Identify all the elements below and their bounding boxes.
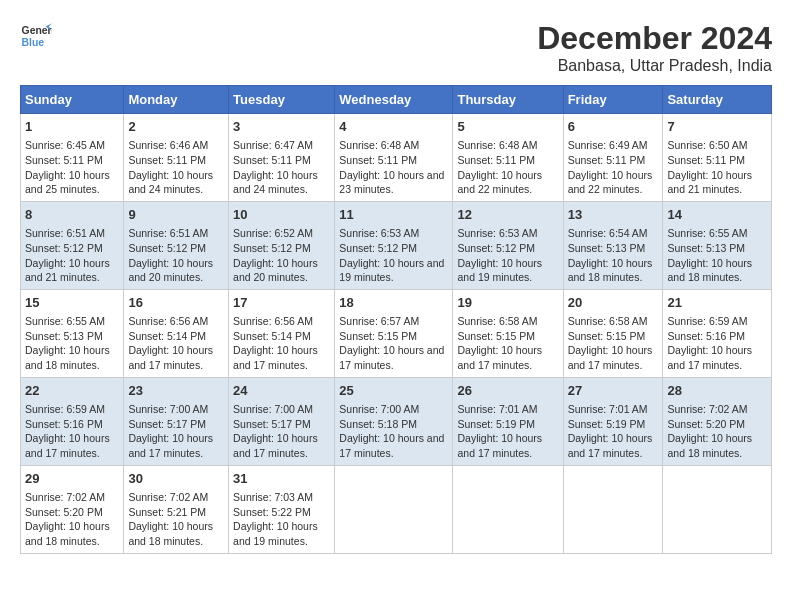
daylight: Daylight: 10 hours and 21 minutes.: [25, 257, 110, 284]
col-saturday: Saturday: [663, 86, 772, 114]
col-wednesday: Wednesday: [335, 86, 453, 114]
day-number: 20: [568, 294, 659, 312]
daylight: Daylight: 10 hours and 18 minutes.: [667, 257, 752, 284]
sunset: Sunset: 5:11 PM: [339, 154, 417, 166]
calendar-cell: 16Sunrise: 6:56 AMSunset: 5:14 PMDayligh…: [124, 289, 229, 377]
calendar-cell: [563, 465, 663, 553]
day-number: 13: [568, 206, 659, 224]
day-number: 12: [457, 206, 558, 224]
col-monday: Monday: [124, 86, 229, 114]
daylight: Daylight: 10 hours and 18 minutes.: [25, 344, 110, 371]
day-number: 3: [233, 118, 330, 136]
calendar-row-3: 15Sunrise: 6:55 AMSunset: 5:13 PMDayligh…: [21, 289, 772, 377]
day-number: 7: [667, 118, 767, 136]
sunrise: Sunrise: 6:56 AM: [233, 315, 313, 327]
sunset: Sunset: 5:21 PM: [128, 506, 206, 518]
sunset: Sunset: 5:22 PM: [233, 506, 311, 518]
sunrise: Sunrise: 6:49 AM: [568, 139, 648, 151]
day-number: 6: [568, 118, 659, 136]
sunset: Sunset: 5:19 PM: [457, 418, 535, 430]
sunset: Sunset: 5:17 PM: [233, 418, 311, 430]
sunrise: Sunrise: 6:45 AM: [25, 139, 105, 151]
day-number: 5: [457, 118, 558, 136]
calendar-cell: 2Sunrise: 6:46 AMSunset: 5:11 PMDaylight…: [124, 114, 229, 202]
sunrise: Sunrise: 6:57 AM: [339, 315, 419, 327]
sunset: Sunset: 5:16 PM: [25, 418, 103, 430]
day-number: 24: [233, 382, 330, 400]
day-number: 1: [25, 118, 119, 136]
calendar-cell: 19Sunrise: 6:58 AMSunset: 5:15 PMDayligh…: [453, 289, 563, 377]
calendar-cell: 15Sunrise: 6:55 AMSunset: 5:13 PMDayligh…: [21, 289, 124, 377]
daylight: Daylight: 10 hours and 24 minutes.: [128, 169, 213, 196]
sunrise: Sunrise: 6:51 AM: [25, 227, 105, 239]
daylight: Daylight: 10 hours and 19 minutes.: [457, 257, 542, 284]
day-number: 30: [128, 470, 224, 488]
daylight: Daylight: 10 hours and 17 minutes.: [457, 344, 542, 371]
sunset: Sunset: 5:13 PM: [568, 242, 646, 254]
sunrise: Sunrise: 6:52 AM: [233, 227, 313, 239]
daylight: Daylight: 10 hours and 18 minutes.: [128, 520, 213, 547]
calendar-cell: 20Sunrise: 6:58 AMSunset: 5:15 PMDayligh…: [563, 289, 663, 377]
daylight: Daylight: 10 hours and 17 minutes.: [128, 432, 213, 459]
calendar-cell: 21Sunrise: 6:59 AMSunset: 5:16 PMDayligh…: [663, 289, 772, 377]
header-row: Sunday Monday Tuesday Wednesday Thursday…: [21, 86, 772, 114]
daylight: Daylight: 10 hours and 17 minutes.: [25, 432, 110, 459]
day-number: 4: [339, 118, 448, 136]
col-tuesday: Tuesday: [229, 86, 335, 114]
day-number: 11: [339, 206, 448, 224]
daylight: Daylight: 10 hours and 17 minutes.: [568, 432, 653, 459]
sunrise: Sunrise: 6:53 AM: [457, 227, 537, 239]
sunrise: Sunrise: 6:50 AM: [667, 139, 747, 151]
col-thursday: Thursday: [453, 86, 563, 114]
daylight: Daylight: 10 hours and 22 minutes.: [457, 169, 542, 196]
sunrise: Sunrise: 6:46 AM: [128, 139, 208, 151]
title-section: December 2024 Banbasa, Uttar Pradesh, In…: [537, 20, 772, 75]
calendar-cell: 7Sunrise: 6:50 AMSunset: 5:11 PMDaylight…: [663, 114, 772, 202]
sunrise: Sunrise: 7:00 AM: [339, 403, 419, 415]
sunrise: Sunrise: 7:02 AM: [25, 491, 105, 503]
daylight: Daylight: 10 hours and 24 minutes.: [233, 169, 318, 196]
calendar-cell: 30Sunrise: 7:02 AMSunset: 5:21 PMDayligh…: [124, 465, 229, 553]
calendar-cell: 18Sunrise: 6:57 AMSunset: 5:15 PMDayligh…: [335, 289, 453, 377]
sunset: Sunset: 5:12 PM: [233, 242, 311, 254]
calendar-row-5: 29Sunrise: 7:02 AMSunset: 5:20 PMDayligh…: [21, 465, 772, 553]
daylight: Daylight: 10 hours and 19 minutes.: [233, 520, 318, 547]
daylight: Daylight: 10 hours and 17 minutes.: [339, 344, 444, 371]
sunset: Sunset: 5:12 PM: [339, 242, 417, 254]
sunrise: Sunrise: 7:03 AM: [233, 491, 313, 503]
sunset: Sunset: 5:13 PM: [25, 330, 103, 342]
sunrise: Sunrise: 6:59 AM: [667, 315, 747, 327]
day-number: 31: [233, 470, 330, 488]
calendar-cell: 31Sunrise: 7:03 AMSunset: 5:22 PMDayligh…: [229, 465, 335, 553]
sunset: Sunset: 5:15 PM: [457, 330, 535, 342]
daylight: Daylight: 10 hours and 19 minutes.: [339, 257, 444, 284]
calendar-cell: 29Sunrise: 7:02 AMSunset: 5:20 PMDayligh…: [21, 465, 124, 553]
day-number: 22: [25, 382, 119, 400]
subtitle: Banbasa, Uttar Pradesh, India: [537, 57, 772, 75]
daylight: Daylight: 10 hours and 17 minutes.: [233, 432, 318, 459]
sunrise: Sunrise: 6:55 AM: [667, 227, 747, 239]
day-number: 2: [128, 118, 224, 136]
daylight: Daylight: 10 hours and 17 minutes.: [233, 344, 318, 371]
calendar-table: Sunday Monday Tuesday Wednesday Thursday…: [20, 85, 772, 554]
calendar-cell: 17Sunrise: 6:56 AMSunset: 5:14 PMDayligh…: [229, 289, 335, 377]
day-number: 25: [339, 382, 448, 400]
daylight: Daylight: 10 hours and 25 minutes.: [25, 169, 110, 196]
sunset: Sunset: 5:15 PM: [568, 330, 646, 342]
col-friday: Friday: [563, 86, 663, 114]
sunrise: Sunrise: 7:00 AM: [128, 403, 208, 415]
calendar-row-4: 22Sunrise: 6:59 AMSunset: 5:16 PMDayligh…: [21, 377, 772, 465]
day-number: 14: [667, 206, 767, 224]
calendar-cell: 1Sunrise: 6:45 AMSunset: 5:11 PMDaylight…: [21, 114, 124, 202]
sunset: Sunset: 5:14 PM: [233, 330, 311, 342]
sunrise: Sunrise: 6:55 AM: [25, 315, 105, 327]
daylight: Daylight: 10 hours and 20 minutes.: [233, 257, 318, 284]
calendar-cell: 4Sunrise: 6:48 AMSunset: 5:11 PMDaylight…: [335, 114, 453, 202]
calendar-cell: 25Sunrise: 7:00 AMSunset: 5:18 PMDayligh…: [335, 377, 453, 465]
sunrise: Sunrise: 6:59 AM: [25, 403, 105, 415]
calendar-cell: 10Sunrise: 6:52 AMSunset: 5:12 PMDayligh…: [229, 201, 335, 289]
calendar-cell: 13Sunrise: 6:54 AMSunset: 5:13 PMDayligh…: [563, 201, 663, 289]
day-number: 18: [339, 294, 448, 312]
daylight: Daylight: 10 hours and 17 minutes.: [457, 432, 542, 459]
sunset: Sunset: 5:18 PM: [339, 418, 417, 430]
